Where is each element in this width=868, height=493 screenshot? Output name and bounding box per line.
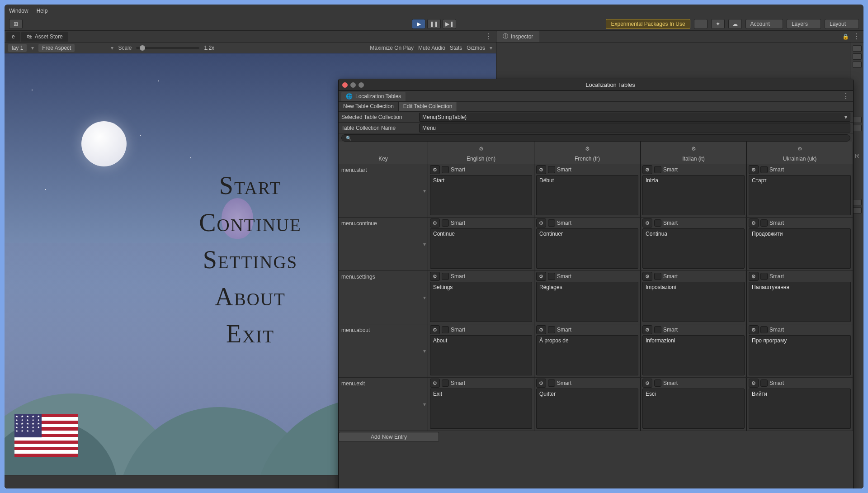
smart-checkbox[interactable] <box>548 219 555 227</box>
localization-value-input[interactable]: Esci <box>642 389 745 429</box>
localization-search-input[interactable] <box>341 134 850 142</box>
smart-checkbox[interactable] <box>654 326 661 333</box>
localization-value-input[interactable]: Про програму <box>749 335 851 375</box>
new-table-collection-tab[interactable]: New Table Collection <box>339 102 399 111</box>
smart-checkbox[interactable] <box>760 273 768 280</box>
entry-settings-icon[interactable]: ⚙ <box>642 272 652 281</box>
localization-key-cell[interactable]: menu.start▾ <box>339 164 428 217</box>
layers-dropdown[interactable]: Layers <box>787 19 821 29</box>
localization-value-input[interactable]: Quitter <box>536 389 638 429</box>
language-settings-icon[interactable]: ⚙ <box>534 142 640 156</box>
localization-value-input[interactable]: Informazioni <box>642 335 745 375</box>
entry-settings-icon[interactable]: ⚙ <box>536 272 546 281</box>
gutter-item[interactable] <box>853 199 862 205</box>
pause-button[interactable]: ❚❚ <box>427 19 441 29</box>
smart-checkbox[interactable] <box>442 219 449 227</box>
menu-help[interactable]: Help <box>37 8 48 14</box>
entry-settings-icon[interactable]: ⚙ <box>642 379 652 388</box>
gutter-item[interactable] <box>853 53 862 60</box>
toolbar-collab-button[interactable] <box>694 19 708 29</box>
smart-checkbox[interactable] <box>548 379 555 387</box>
localization-value-input[interactable]: Налаштування <box>749 282 851 322</box>
entry-settings-icon[interactable]: ⚙ <box>430 325 440 334</box>
account-dropdown[interactable]: Account <box>745 19 783 29</box>
localization-value-input[interactable]: About <box>430 335 532 375</box>
localization-value-input[interactable]: Réglages <box>536 282 638 322</box>
row-handle-icon[interactable]: ▾ <box>423 401 426 408</box>
panel-options-icon[interactable]: ⋮ <box>485 32 492 41</box>
entry-settings-icon[interactable]: ⚙ <box>749 379 759 388</box>
smart-checkbox[interactable] <box>654 219 661 227</box>
play-button[interactable]: ▶ <box>412 19 425 29</box>
row-handle-icon[interactable]: ▾ <box>423 294 426 301</box>
toolbar-effects-button[interactable]: ✦ <box>711 19 725 29</box>
selected-collection-dropdown[interactable]: Menu(StringTable) <box>419 113 850 122</box>
localization-value-input[interactable]: Exit <box>430 389 532 429</box>
stats-toggle[interactable]: Stats <box>450 45 462 51</box>
localization-value-input[interactable]: Impostazioni <box>642 282 745 322</box>
localization-value-input[interactable]: Début <box>536 175 638 215</box>
entry-settings-icon[interactable]: ⚙ <box>749 218 759 228</box>
smart-checkbox[interactable] <box>654 379 661 387</box>
language-settings-icon[interactable]: ⚙ <box>641 142 746 156</box>
display-dropdown[interactable]: lay 1 <box>8 44 27 52</box>
localization-value-input[interactable]: Старт <box>749 175 851 215</box>
row-handle-icon[interactable]: ▾ <box>423 348 426 354</box>
gutter-item[interactable] <box>853 117 862 123</box>
smart-checkbox[interactable] <box>442 326 449 333</box>
entry-settings-icon[interactable]: ⚙ <box>536 325 546 334</box>
smart-checkbox[interactable] <box>654 166 661 173</box>
entry-settings-icon[interactable]: ⚙ <box>642 165 652 174</box>
entry-settings-icon[interactable]: ⚙ <box>749 165 759 174</box>
smart-checkbox[interactable] <box>654 273 661 280</box>
smart-checkbox[interactable] <box>442 273 449 280</box>
localization-value-input[interactable]: Inizia <box>642 175 745 215</box>
add-new-entry-button[interactable]: Add New Entry <box>339 432 439 442</box>
gizmos-dropdown[interactable]: Gizmos <box>467 45 485 51</box>
window-close-button[interactable] <box>342 82 348 88</box>
mute-audio-toggle[interactable]: Mute Audio <box>418 45 445 51</box>
localization-value-input[interactable]: Start <box>430 175 532 215</box>
edit-table-collection-tab[interactable]: Edit Table Collection <box>399 102 458 111</box>
gutter-item[interactable] <box>853 62 862 68</box>
experimental-packages-warning[interactable]: Experimental Packages In Use <box>606 19 690 29</box>
gutter-item[interactable] <box>853 45 862 52</box>
entry-settings-icon[interactable]: ⚙ <box>642 325 652 334</box>
localization-key-cell[interactable]: menu.settings▾ <box>339 271 428 324</box>
entry-settings-icon[interactable]: ⚙ <box>430 379 440 388</box>
game-menu-settings[interactable]: Settings <box>203 245 298 274</box>
game-menu-exit[interactable]: Exit <box>226 319 274 348</box>
entry-settings-icon[interactable]: ⚙ <box>536 218 546 228</box>
localization-key-cell[interactable]: menu.about▾ <box>339 324 428 377</box>
inspector-options-icon[interactable]: ⋮ <box>853 32 863 41</box>
localization-value-input[interactable]: Continua <box>642 228 745 269</box>
game-menu-about[interactable]: About <box>215 282 286 311</box>
entry-settings-icon[interactable]: ⚙ <box>536 165 546 174</box>
row-handle-icon[interactable]: ▾ <box>423 188 426 194</box>
entry-settings-icon[interactable]: ⚙ <box>749 272 759 281</box>
window-maximize-button[interactable] <box>359 82 364 88</box>
collection-name-input[interactable]: Menu <box>419 123 850 133</box>
smart-checkbox[interactable] <box>760 166 768 173</box>
asset-store-tab[interactable]: 🛍 Asset Store <box>21 32 68 42</box>
smart-checkbox[interactable] <box>548 326 555 333</box>
entry-settings-icon[interactable]: ⚙ <box>430 272 440 281</box>
language-flag-us[interactable]: ★ ★ ★ ★ ★ ★ ★ ★ ★ ★ ★ ★ ★ ★ ★ ★ ★ ★ ★ ★ … <box>14 414 78 457</box>
localization-value-input[interactable]: Продовжити <box>749 228 851 269</box>
entry-settings-icon[interactable]: ⚙ <box>642 218 652 228</box>
localization-key-cell[interactable]: menu.exit▾ <box>339 378 428 431</box>
entry-settings-icon[interactable]: ⚙ <box>749 325 759 334</box>
smart-checkbox[interactable] <box>442 379 449 387</box>
scale-slider[interactable] <box>136 47 199 49</box>
localization-value-input[interactable]: Settings <box>430 282 532 322</box>
game-menu-start[interactable]: Start <box>219 171 282 200</box>
entry-settings-icon[interactable]: ⚙ <box>430 165 440 174</box>
inspector-lock-icon[interactable]: 🔒 <box>842 33 853 40</box>
localization-value-input[interactable]: Continue <box>430 228 532 269</box>
layout-dropdown[interactable]: Layout <box>825 19 859 29</box>
menu-window[interactable]: Window <box>9 8 28 14</box>
toolbar-cloud-button[interactable]: ☁ <box>728 19 742 29</box>
window-options-icon[interactable]: ⋮ <box>842 92 853 100</box>
smart-checkbox[interactable] <box>760 379 768 387</box>
smart-checkbox[interactable] <box>760 219 768 227</box>
